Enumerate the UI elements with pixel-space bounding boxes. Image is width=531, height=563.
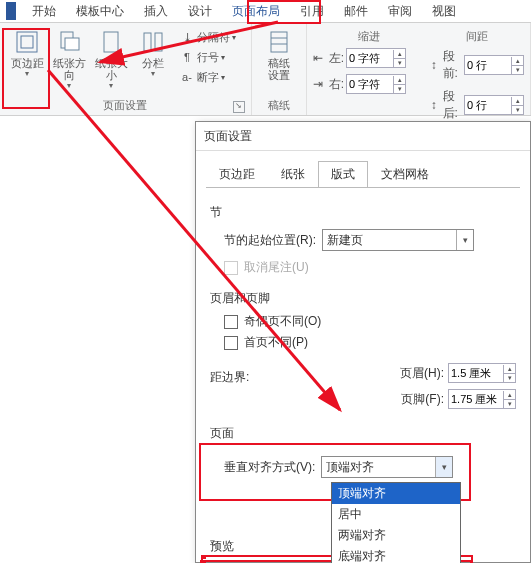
margins-icon: [14, 29, 40, 55]
valign-option-top[interactable]: 顶端对齐: [332, 483, 460, 504]
dialog-title: 页面设置: [196, 122, 530, 151]
tab-design[interactable]: 设计: [178, 1, 222, 22]
svg-rect-1: [21, 36, 33, 48]
size-button[interactable]: 纸张大小 ▾: [90, 27, 132, 90]
valign-label: 垂直对齐方式(V):: [224, 459, 315, 476]
footer-dist-label: 页脚(F):: [401, 391, 444, 408]
line-numbers-button[interactable]: ¶行号 ▾: [178, 47, 238, 67]
tab-mail[interactable]: 邮件: [334, 1, 378, 22]
indent-left-icon: ⇤: [313, 51, 327, 65]
ribbon: 页边距 ▾ 纸张方向 ▾ 纸张大小 ▾ 分栏: [0, 23, 531, 116]
section-title: 节: [210, 204, 516, 221]
manuscript-icon: [266, 29, 292, 55]
columns-button[interactable]: 分栏 ▾: [132, 27, 174, 90]
svg-rect-0: [17, 32, 37, 52]
ribbon-tabs: 开始 模板中心 插入 设计 页面布局 引用 邮件 审阅 视图: [0, 0, 531, 23]
headers-title: 页眉和页脚: [210, 290, 516, 307]
margins-button[interactable]: 页边距 ▾: [6, 27, 48, 90]
tab-templates[interactable]: 模板中心: [66, 1, 134, 22]
valign-combo[interactable]: 顶端对齐▾: [321, 456, 453, 478]
orientation-icon: [56, 29, 82, 55]
tab-references[interactable]: 引用: [290, 1, 334, 22]
app-stub: [6, 2, 16, 20]
space-after-icon: ↕: [431, 98, 441, 112]
first-diff-checkbox[interactable]: 首页不同(P): [224, 334, 516, 351]
header-dist-spin[interactable]: ▴▾: [448, 363, 516, 383]
chevron-down-icon: ▾: [25, 69, 29, 78]
space-before-spin[interactable]: ▴▾: [464, 55, 524, 75]
dlg-tab-paper[interactable]: 纸张: [268, 161, 318, 188]
columns-icon: [140, 29, 166, 55]
dlg-tab-layout[interactable]: 版式: [318, 161, 368, 188]
breaks-icon: ⤓: [180, 30, 194, 44]
space-before-icon: ↕: [431, 58, 441, 72]
valign-option-center[interactable]: 居中: [332, 504, 460, 525]
group-label-manuscript: 稿纸: [258, 97, 300, 115]
suppress-endnotes-checkbox: 取消尾注(U): [224, 259, 516, 276]
valign-dropdown-list[interactable]: 顶端对齐 居中 两端对齐 底端对齐: [331, 482, 461, 563]
indent-right-icon: ⇥: [313, 77, 327, 91]
indent-title: 缩进: [313, 29, 425, 44]
group-manuscript: 稿纸 设置 稿纸: [252, 23, 307, 115]
valign-option-bottom[interactable]: 底端对齐: [332, 546, 460, 563]
footer-dist-spin[interactable]: ▴▾: [448, 389, 516, 409]
indent-left-spin[interactable]: ▴▾: [346, 48, 406, 68]
spacing-title: 间距: [431, 29, 524, 44]
group-label-page-setup: 页面设置↘: [6, 97, 245, 115]
spin-down-icon[interactable]: ▾: [393, 59, 405, 67]
spin-up-icon[interactable]: ▴: [393, 50, 405, 59]
chevron-down-icon: ▾: [67, 81, 71, 90]
line-numbers-icon: ¶: [180, 50, 194, 64]
group-page-setup: 页边距 ▾ 纸张方向 ▾ 纸张大小 ▾ 分栏: [0, 23, 252, 115]
chevron-down-icon[interactable]: ▾: [456, 230, 473, 250]
chevron-down-icon: ▾: [151, 69, 155, 78]
group-paragraph: 缩进 ⇤左: ▴▾ ⇥右: ▴▾ 间距 ↕段前: ▴▾ ↕段后: ▴▾: [307, 23, 531, 115]
tab-insert[interactable]: 插入: [134, 1, 178, 22]
space-after-spin[interactable]: ▴▾: [464, 95, 524, 115]
svg-rect-6: [155, 33, 162, 51]
from-edge-label: 距边界:: [210, 357, 300, 415]
tab-page-layout[interactable]: 页面布局: [222, 1, 290, 22]
section-start-combo[interactable]: 新建页▾: [322, 229, 474, 251]
indent-right-spin[interactable]: ▴▾: [346, 74, 406, 94]
header-dist-label: 页眉(H):: [400, 365, 444, 382]
hyphenation-button[interactable]: a-断字 ▾: [178, 67, 238, 87]
page-setup-dialog: 页面设置 页边距 纸张 版式 文档网格 节 节的起始位置(R): 新建页▾ 取消…: [195, 121, 531, 563]
section-start-label: 节的起始位置(R):: [224, 232, 316, 249]
svg-rect-3: [65, 38, 79, 50]
chevron-down-icon[interactable]: ▾: [435, 457, 452, 477]
chevron-down-icon: ▾: [109, 81, 113, 90]
tab-home[interactable]: 开始: [22, 1, 66, 22]
odd-even-checkbox[interactable]: 奇偶页不同(O): [224, 313, 516, 330]
tab-review[interactable]: 审阅: [378, 1, 422, 22]
svg-rect-7: [271, 32, 287, 52]
tab-view[interactable]: 视图: [422, 1, 466, 22]
page-section-title: 页面: [210, 425, 516, 442]
dlg-tab-margins[interactable]: 页边距: [206, 161, 268, 188]
paper-size-icon: [98, 29, 124, 55]
hyphenation-icon: a-: [180, 70, 194, 84]
breaks-button[interactable]: ⤓分隔符 ▾: [178, 27, 238, 47]
dialog-tabs: 页边距 纸张 版式 文档网格: [196, 151, 530, 188]
orientation-button[interactable]: 纸张方向 ▾: [48, 27, 90, 90]
svg-rect-5: [144, 33, 151, 51]
valign-option-justify[interactable]: 两端对齐: [332, 525, 460, 546]
page-setup-launcher[interactable]: ↘: [233, 101, 245, 113]
dlg-tab-grid[interactable]: 文档网格: [368, 161, 442, 188]
svg-rect-4: [104, 32, 118, 52]
manuscript-button[interactable]: 稿纸 设置: [258, 27, 300, 81]
